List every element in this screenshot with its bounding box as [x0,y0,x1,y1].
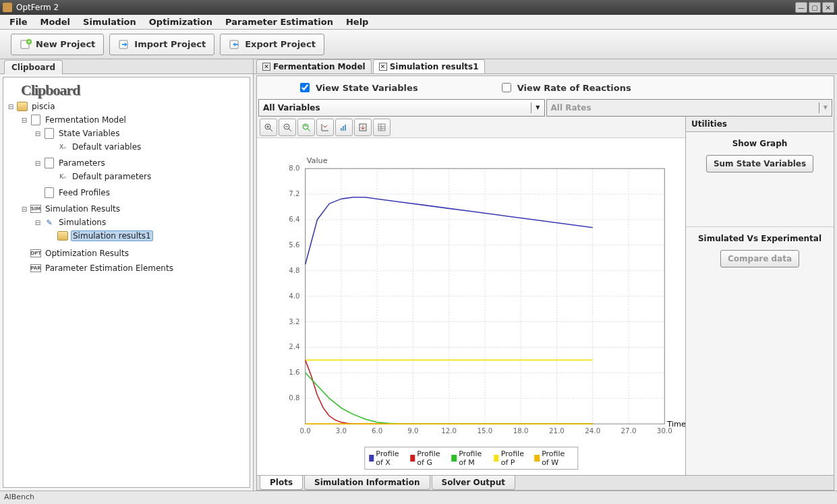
utilities-panel: Utilities Show Graph Sum State Variables… [685,117,834,475]
tree-simulation-results[interactable]: ⊟ SIM Simulation Results [20,203,247,215]
legend-item: Profile of X [369,449,406,467]
svg-text:1.6: 1.6 [289,368,299,376]
expand-icon[interactable]: ⊟ [34,160,41,167]
folder-icon [17,102,28,111]
view-rate-reactions-checkbox[interactable]: View Rate of Reactions [499,81,631,94]
par-icon: PAR [30,264,41,272]
menu-file[interactable]: File [4,15,33,28]
expand-icon[interactable]: ⊟ [34,219,41,226]
legend-item: Profile of P [494,449,530,467]
tree-optimization-results[interactable]: OPT Optimization Results [20,247,247,259]
bottom-tabbar: Plots Simulation Information Solver Outp… [257,475,834,490]
new-project-button[interactable]: New Project [11,34,104,55]
svg-text:24.0: 24.0 [585,427,600,435]
sum-state-variables-button[interactable]: Sum State Variables [706,155,813,172]
status-bar: AIBench [0,491,837,504]
legend-item: Profile of M [452,449,490,467]
variable-selector[interactable]: All Variables ▼ [258,99,545,117]
svg-text:4.0: 4.0 [289,292,299,300]
maximize-button[interactable]: ▢ [809,2,821,13]
svg-rect-12 [341,128,342,131]
svg-text:5.6: 5.6 [289,241,299,249]
svg-text:6.4: 6.4 [289,215,299,223]
svg-text:15.0: 15.0 [478,427,493,435]
tab-fermentation-model[interactable]: ✕ Fermentation Model [256,59,372,73]
close-button[interactable]: ✕ [822,2,834,13]
svg-text:8.0: 8.0 [289,164,299,172]
menu-parameter-estimation[interactable]: Parameter Estimation [220,15,339,28]
zoom-in-button[interactable] [260,119,277,136]
svg-text:0.0: 0.0 [300,427,311,435]
export-project-label: Export Project [245,39,316,49]
menu-simulation[interactable]: Simulation [78,15,142,28]
tree-simulations[interactable]: ⊟ ✎ Simulations [33,216,247,228]
tree-simulation-results1[interactable]: Simulation results1 [47,230,247,242]
xn-icon: Xₙ [57,141,68,152]
clipboard-tab[interactable]: Clipboard [4,60,63,74]
clipboard-logo: Clipboard [6,82,247,99]
expand-icon[interactable]: ⊟ [7,103,14,111]
menu-model[interactable]: Model [35,15,76,28]
configure-axes-button[interactable] [316,119,334,136]
svg-line-9 [289,129,291,131]
tree-root[interactable]: ⊟ piscia [6,100,247,113]
menu-optimization[interactable]: Optimization [144,15,218,28]
view-state-variables-checkbox[interactable]: View State Variables [297,81,418,94]
titlebar: OptFerm 2 — ▢ ✕ [0,0,837,15]
import-project-button[interactable]: Import Project [109,34,214,55]
expand-icon[interactable]: ⊟ [34,130,41,137]
svg-text:4.8: 4.8 [289,266,299,274]
chevron-down-icon[interactable]: ▼ [531,102,544,113]
menu-help[interactable]: Help [341,15,374,28]
close-icon[interactable]: ✕ [262,63,270,71]
data-table-button[interactable] [373,119,391,136]
chevron-down-icon: ▼ [819,102,832,113]
view-options: View State Variables View Rate of Reacti… [257,76,834,99]
svg-text:6.0: 6.0 [372,427,382,435]
svg-rect-16 [378,124,385,131]
svg-text:3.2: 3.2 [289,317,299,325]
svg-point-11 [303,124,308,129]
import-project-label: Import Project [134,39,206,49]
chart-settings-button[interactable] [335,119,353,136]
minimize-button[interactable]: — [795,2,807,13]
svg-text:21.0: 21.0 [549,427,565,435]
tree-default-parameters[interactable]: Kₙ Default parameters [47,170,247,183]
tree-feed-profiles[interactable]: Feed Profiles [33,187,247,199]
tree-parameter-estimation-elements[interactable]: PAR Parameter Estimation Elements [20,262,247,274]
document-icon [45,128,54,139]
tab-simulation-results1[interactable]: ✕ Simulation results1 [373,59,485,73]
show-graph-label: Show Graph [693,139,827,148]
tree-default-variables[interactable]: Xₙ Default variables [47,141,247,153]
tab-solver-output[interactable]: Solver Output [432,476,515,490]
tab-simulation-information[interactable]: Simulation Information [304,476,430,490]
chart-toolbar [257,117,685,138]
folder-icon [57,231,68,241]
export-chart-button[interactable] [354,119,372,136]
window-title: OptFerm 2 [16,3,795,12]
state-vars-check[interactable] [300,83,310,92]
rate-reactions-check[interactable] [502,83,511,92]
close-icon[interactable]: ✕ [379,63,387,71]
svg-rect-13 [343,126,344,131]
tab-plots[interactable]: Plots [260,476,303,490]
reset-zoom-button[interactable] [297,119,315,136]
tree-view[interactable]: Clipboard ⊟ piscia ⊟ Fermentation Mod [3,77,250,488]
opt-icon: OPT [30,249,41,257]
svg-text:0.8: 0.8 [289,393,299,402]
svg-text:12.0: 12.0 [441,427,457,435]
expand-icon[interactable]: ⊟ [21,206,28,213]
import-project-icon [118,38,130,51]
svg-text:2.4: 2.4 [289,343,299,351]
editor-area: ✕ Fermentation Model ✕ Simulation result… [254,59,837,491]
zoom-out-button[interactable] [279,119,296,136]
expand-icon[interactable]: ⊟ [21,117,28,124]
tree-state-variables[interactable]: ⊟ State Variables [33,127,247,139]
svg-text:9.0: 9.0 [407,427,418,435]
app-icon [3,3,12,12]
kn-icon: Kₙ [57,171,68,182]
tree-parameters[interactable]: ⊟ Parameters [33,157,247,169]
document-icon [45,187,54,198]
tree-fermentation-model[interactable]: ⊟ Fermentation Model [20,114,247,126]
export-project-button[interactable]: Export Project [220,34,324,55]
